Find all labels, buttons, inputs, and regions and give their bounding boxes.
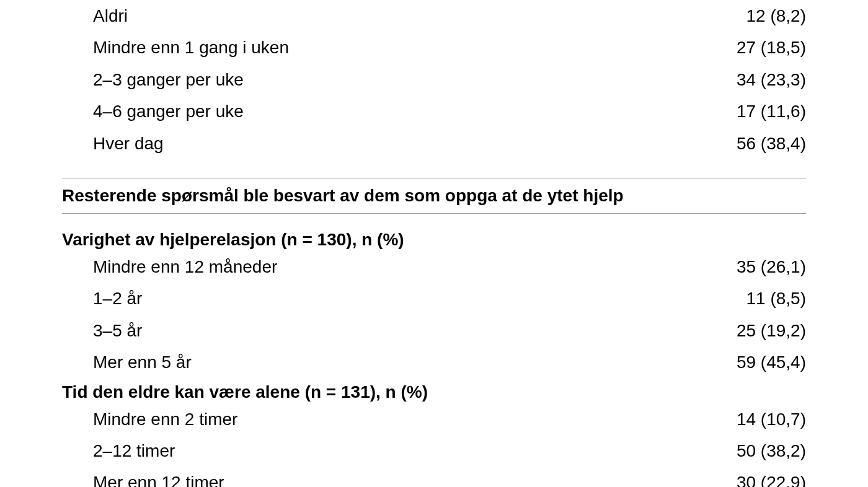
- row-label: 1–2 år: [62, 285, 746, 312]
- group-header: Varighet av hjelperelasjon (n = 130), n …: [62, 226, 806, 251]
- section-header: Resterende spørsmål ble besvart av dem s…: [62, 178, 806, 213]
- table-container: Aldri 12 (8,2) Mindre enn 1 gang i uken …: [0, 0, 868, 487]
- group-header: Tid den eldre kan være alene (n = 131), …: [62, 379, 806, 403]
- table-row: Mer enn 12 timer 30 (22,9): [62, 467, 806, 487]
- row-label: Mindre enn 2 timer: [62, 406, 737, 432]
- row-value: 25 (19,2): [737, 317, 806, 344]
- row-value: 56 (38,4): [737, 130, 806, 157]
- row-value: 27 (18,5): [737, 34, 806, 61]
- row-value: 14 (10,7): [737, 406, 806, 432]
- row-label: Mindre enn 12 måneder: [62, 253, 737, 280]
- row-value: 17 (11,6): [737, 98, 806, 125]
- row-value: 12 (8,2): [746, 2, 807, 29]
- row-value: 59 (45,4): [737, 349, 806, 375]
- table-row: Mer enn 5 år 59 (45,4): [62, 346, 806, 378]
- table-row: 2–3 ganger per uke 34 (23,3): [62, 64, 806, 95]
- row-value: 35 (26,1): [737, 253, 806, 280]
- section-header-container: Resterende spørsmål ble besvart av dem s…: [62, 178, 806, 214]
- table-row: 3–5 år 25 (19,2): [62, 315, 806, 346]
- table-row: Hver dag 56 (38,4): [62, 128, 806, 159]
- row-value: 50 (38,2): [737, 437, 806, 464]
- row-label: 3–5 år: [62, 317, 737, 344]
- table-row: 2–12 timer 50 (38,2): [62, 435, 806, 467]
- row-value: 30 (22,9): [737, 469, 806, 487]
- row-value: 11 (8,5): [746, 285, 807, 312]
- row-label: Mer enn 12 timer: [62, 469, 737, 487]
- table-row: 1–2 år 11 (8,5): [62, 283, 806, 314]
- row-label: Mindre enn 1 gang i uken: [62, 34, 737, 61]
- row-value: 34 (23,3): [737, 66, 806, 93]
- table-row: Mindre enn 1 gang i uken 27 (18,5): [62, 32, 806, 63]
- row-label: 2–12 timer: [62, 437, 737, 464]
- row-label: Mer enn 5 år: [62, 349, 737, 375]
- row-label: Hver dag: [62, 130, 737, 157]
- table-row: Aldri 12 (8,2): [62, 0, 806, 32]
- row-label: 2–3 ganger per uke: [62, 66, 737, 93]
- row-label: 4–6 ganger per uke: [62, 98, 737, 125]
- row-label: Aldri: [62, 2, 746, 29]
- table-row: Mindre enn 12 måneder 35 (26,1): [62, 251, 806, 283]
- table-row: 4–6 ganger per uke 17 (11,6): [62, 95, 806, 127]
- table-row: Mindre enn 2 timer 14 (10,7): [62, 403, 806, 435]
